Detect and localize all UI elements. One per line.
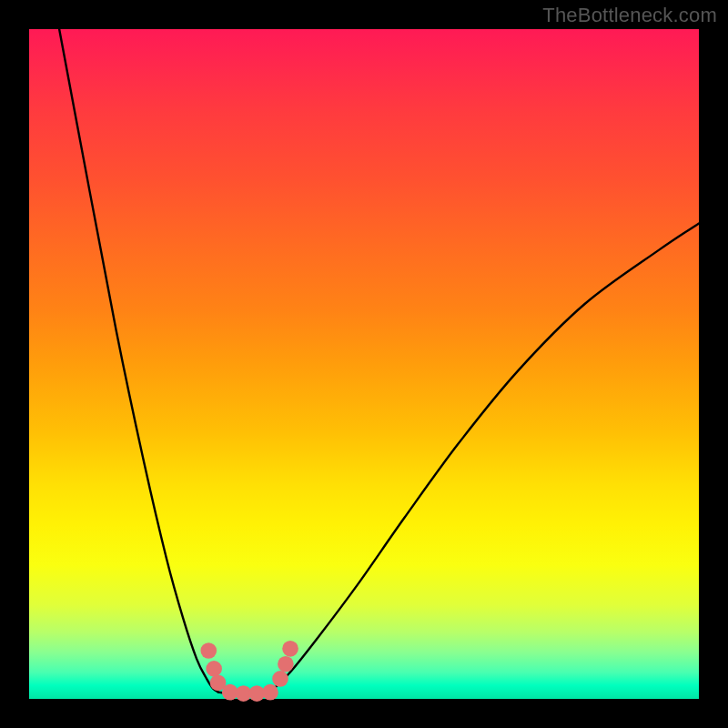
plot-area <box>29 29 699 699</box>
valley-marker <box>206 661 222 677</box>
curve-layer <box>29 29 699 699</box>
bottleneck-curve <box>59 29 699 693</box>
valley-marker <box>282 641 298 657</box>
valley-marker <box>200 642 217 659</box>
valley-marker <box>272 671 288 687</box>
valley-markers <box>200 641 298 702</box>
valley-marker <box>278 656 294 672</box>
valley-marker <box>262 684 278 701</box>
watermark-text: TheBottleneck.com <box>542 4 717 27</box>
chart-frame: TheBottleneck.com <box>0 0 728 728</box>
